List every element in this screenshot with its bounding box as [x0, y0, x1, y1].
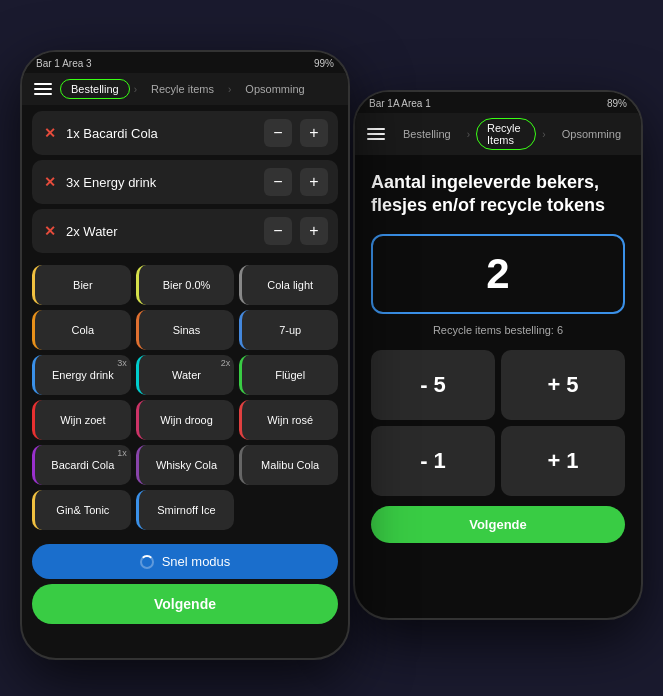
- increase-btn-0[interactable]: +: [300, 119, 328, 147]
- snel-modus-button[interactable]: Snel modus: [32, 544, 338, 579]
- tab-recyle-1[interactable]: Recyle items: [141, 80, 224, 98]
- product-btn-7[interactable]: 2x Water: [136, 355, 235, 395]
- tab-bestelling-1[interactable]: Bestelling: [60, 79, 130, 99]
- decrease-btn-1[interactable]: −: [264, 168, 292, 196]
- tab-bestelling-2[interactable]: Bestelling: [393, 125, 461, 143]
- order-item-label-1: 3x Energy drink: [66, 175, 256, 190]
- scene: Bar 1 Area 3 99% Bestelling › Recyle ite…: [0, 0, 663, 696]
- increase-btn-2[interactable]: +: [300, 217, 328, 245]
- order-item-label-2: 2x Water: [66, 224, 256, 239]
- status-location-2: Bar 1A Area 1: [369, 98, 431, 109]
- snel-icon: [140, 555, 154, 569]
- status-bar-2: Bar 1A Area 1 89%: [355, 92, 641, 113]
- volgende-button-2[interactable]: Volgende: [371, 506, 625, 543]
- tab-opsomming-1[interactable]: Opsomming: [235, 80, 314, 98]
- hamburger-icon-2[interactable]: [365, 126, 387, 142]
- order-item-2: ✕ 2x Water − +: [32, 209, 338, 253]
- product-btn-4[interactable]: Sinas: [136, 310, 235, 350]
- product-btn-1[interactable]: Bier 0.0%: [136, 265, 235, 305]
- order-item-0: ✕ 1x Bacardi Cola − +: [32, 111, 338, 155]
- product-btn-8[interactable]: Flügel: [239, 355, 338, 395]
- decrease-btn-0[interactable]: −: [264, 119, 292, 147]
- nav-arrow-1: ›: [134, 84, 137, 95]
- increase-btn-1[interactable]: +: [300, 168, 328, 196]
- number-box: 2: [371, 234, 625, 314]
- volgende-button-1[interactable]: Volgende: [32, 584, 338, 624]
- product-btn-16[interactable]: Smirnoff Ice: [136, 490, 235, 530]
- product-btn-6[interactable]: 3x Energy drink: [32, 355, 131, 395]
- phone-1: Bar 1 Area 3 99% Bestelling › Recyle ite…: [20, 50, 350, 660]
- tab-opsomming-2[interactable]: Opsomming: [552, 125, 631, 143]
- status-battery-1: 99%: [314, 58, 334, 69]
- recycle-subtitle: Recycle items bestelling: 6: [371, 324, 625, 336]
- tab-recyle-2[interactable]: Recyle Items: [476, 118, 536, 150]
- remove-btn-2[interactable]: ✕: [42, 223, 58, 239]
- product-btn-5[interactable]: 7-up: [239, 310, 338, 350]
- status-battery-2: 89%: [607, 98, 627, 109]
- plus-5-button[interactable]: + 5: [501, 350, 625, 420]
- status-location-1: Bar 1 Area 3: [36, 58, 92, 69]
- top-nav-2: Bestelling › Recyle Items › Opsomming: [355, 113, 641, 155]
- product-btn-15[interactable]: Gin& Tonic: [32, 490, 131, 530]
- recycle-content: Aantal ingeleverde bekers, flesjes en/of…: [355, 155, 641, 553]
- product-btn-0[interactable]: Bier: [32, 265, 131, 305]
- order-item-label-0: 1x Bacardi Cola: [66, 126, 256, 141]
- order-item-1: ✕ 3x Energy drink − +: [32, 160, 338, 204]
- product-btn-3[interactable]: Cola: [32, 310, 131, 350]
- status-bar-1: Bar 1 Area 3 99%: [22, 52, 348, 73]
- nav-arrow-2: ›: [228, 84, 231, 95]
- minus-1-button[interactable]: - 1: [371, 426, 495, 496]
- order-list: ✕ 1x Bacardi Cola − + ✕ 3x Energy drink …: [22, 105, 348, 259]
- hamburger-line: [367, 128, 385, 130]
- remove-btn-1[interactable]: ✕: [42, 174, 58, 190]
- phone-2: Bar 1A Area 1 89% Bestelling › Recyle It…: [353, 90, 643, 620]
- recycle-title: Aantal ingeleverde bekers, flesjes en/of…: [371, 171, 625, 218]
- product-btn-9[interactable]: Wijn zoet: [32, 400, 131, 440]
- hamburger-line: [34, 83, 52, 85]
- hamburger-line: [34, 88, 52, 90]
- hamburger-line: [367, 138, 385, 140]
- product-btn-10[interactable]: Wijn droog: [136, 400, 235, 440]
- product-btn-2[interactable]: Cola light: [239, 265, 338, 305]
- product-btn-11[interactable]: Wijn rosé: [239, 400, 338, 440]
- remove-btn-0[interactable]: ✕: [42, 125, 58, 141]
- hamburger-line: [367, 133, 385, 135]
- product-btn-12[interactable]: 1x Bacardi Cola: [32, 445, 131, 485]
- nav-pill-1: Bestelling › Recyle items › Opsomming: [60, 79, 315, 99]
- bottom-btns-1: Snel modus Volgende: [22, 536, 348, 630]
- hamburger-line: [34, 93, 52, 95]
- product-grid: Bier Bier 0.0% Cola light Cola Sinas 7-u…: [22, 259, 348, 536]
- product-btn-13[interactable]: Whisky Cola: [136, 445, 235, 485]
- decrease-btn-2[interactable]: −: [264, 217, 292, 245]
- action-grid: - 5 + 5 - 1 + 1: [371, 350, 625, 496]
- top-nav-1: Bestelling › Recyle items › Opsomming: [22, 73, 348, 105]
- count-display: 2: [387, 250, 609, 298]
- hamburger-icon[interactable]: [32, 81, 54, 97]
- product-btn-14[interactable]: Malibu Cola: [239, 445, 338, 485]
- plus-1-button[interactable]: + 1: [501, 426, 625, 496]
- minus-5-button[interactable]: - 5: [371, 350, 495, 420]
